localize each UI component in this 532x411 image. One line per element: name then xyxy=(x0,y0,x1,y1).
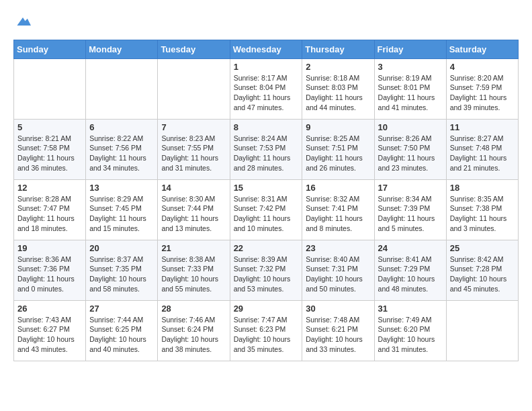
day-number: 2 xyxy=(306,62,370,72)
svg-marker-0 xyxy=(17,17,31,26)
day-info: Sunrise: 7:47 AM Sunset: 6:23 PM Dayligh… xyxy=(234,315,299,355)
calendar-cell: 21Sunrise: 8:38 AM Sunset: 7:33 PM Dayli… xyxy=(158,240,230,300)
day-number: 26 xyxy=(17,304,82,314)
calendar-cell: 16Sunrise: 8:32 AM Sunset: 7:41 PM Dayli… xyxy=(302,179,374,240)
calendar-cell: 26Sunrise: 7:43 AM Sunset: 6:27 PM Dayli… xyxy=(14,300,86,361)
day-number: 25 xyxy=(450,243,515,253)
calendar-cell: 30Sunrise: 7:48 AM Sunset: 6:21 PM Dayli… xyxy=(302,300,374,361)
day-info: Sunrise: 8:42 AM Sunset: 7:28 PM Dayligh… xyxy=(450,255,515,294)
day-info: Sunrise: 8:36 AM Sunset: 7:36 PM Dayligh… xyxy=(17,255,82,294)
day-info: Sunrise: 8:31 AM Sunset: 7:42 PM Dayligh… xyxy=(234,194,299,234)
calendar-cell: 10Sunrise: 8:26 AM Sunset: 7:50 PM Dayli… xyxy=(374,119,446,179)
calendar-cell: 1Sunrise: 8:17 AM Sunset: 8:04 PM Daylig… xyxy=(230,58,302,119)
day-info: Sunrise: 8:28 AM Sunset: 7:47 PM Dayligh… xyxy=(17,194,82,234)
calendar-cell: 25Sunrise: 8:42 AM Sunset: 7:28 PM Dayli… xyxy=(446,240,518,300)
day-info: Sunrise: 8:22 AM Sunset: 7:56 PM Dayligh… xyxy=(89,134,154,173)
calendar-cell: 31Sunrise: 7:49 AM Sunset: 6:20 PM Dayli… xyxy=(374,300,446,361)
calendar-week-1: 1Sunrise: 8:17 AM Sunset: 8:04 PM Daylig… xyxy=(14,58,519,119)
calendar-cell: 19Sunrise: 8:36 AM Sunset: 7:36 PM Dayli… xyxy=(14,240,86,300)
day-number: 5 xyxy=(17,122,82,132)
page-header xyxy=(13,13,519,33)
logo-text xyxy=(13,13,31,33)
column-header-tuesday: Tuesday xyxy=(158,40,230,58)
day-info: Sunrise: 8:30 AM Sunset: 7:44 PM Dayligh… xyxy=(161,194,226,234)
calendar-cell: 6Sunrise: 8:22 AM Sunset: 7:56 PM Daylig… xyxy=(86,119,158,179)
day-info: Sunrise: 7:46 AM Sunset: 6:24 PM Dayligh… xyxy=(161,315,226,355)
day-number: 22 xyxy=(234,243,299,253)
day-info: Sunrise: 8:37 AM Sunset: 7:35 PM Dayligh… xyxy=(89,255,154,294)
day-number: 17 xyxy=(378,183,443,193)
calendar-cell: 11Sunrise: 8:27 AM Sunset: 7:48 PM Dayli… xyxy=(446,119,518,179)
calendar-week-5: 26Sunrise: 7:43 AM Sunset: 6:27 PM Dayli… xyxy=(14,300,519,361)
day-info: Sunrise: 8:32 AM Sunset: 7:41 PM Dayligh… xyxy=(306,194,370,234)
day-info: Sunrise: 7:48 AM Sunset: 6:21 PM Dayligh… xyxy=(306,315,370,355)
day-info: Sunrise: 8:41 AM Sunset: 7:29 PM Dayligh… xyxy=(378,255,443,294)
day-number: 18 xyxy=(450,183,515,193)
day-number: 4 xyxy=(450,62,515,72)
column-header-thursday: Thursday xyxy=(302,40,374,58)
day-number: 30 xyxy=(306,304,370,314)
calendar-cell xyxy=(86,58,158,119)
calendar-cell xyxy=(446,300,518,361)
day-number: 16 xyxy=(306,183,370,193)
calendar-cell: 23Sunrise: 8:40 AM Sunset: 7:31 PM Dayli… xyxy=(302,240,374,300)
calendar-cell: 4Sunrise: 8:20 AM Sunset: 7:59 PM Daylig… xyxy=(446,58,518,119)
calendar-week-2: 5Sunrise: 8:21 AM Sunset: 7:58 PM Daylig… xyxy=(14,119,519,179)
day-number: 15 xyxy=(234,183,299,193)
day-number: 11 xyxy=(450,122,515,132)
day-number: 3 xyxy=(378,62,443,72)
day-info: Sunrise: 8:26 AM Sunset: 7:50 PM Dayligh… xyxy=(378,134,443,173)
calendar-week-4: 19Sunrise: 8:36 AM Sunset: 7:36 PM Dayli… xyxy=(14,240,519,300)
calendar-cell: 7Sunrise: 8:23 AM Sunset: 7:55 PM Daylig… xyxy=(158,119,230,179)
day-number: 21 xyxy=(161,243,226,253)
day-info: Sunrise: 8:24 AM Sunset: 7:53 PM Dayligh… xyxy=(234,134,299,173)
day-info: Sunrise: 7:49 AM Sunset: 6:20 PM Dayligh… xyxy=(378,315,443,355)
calendar-cell: 15Sunrise: 8:31 AM Sunset: 7:42 PM Dayli… xyxy=(230,179,302,240)
day-number: 7 xyxy=(161,122,226,132)
day-number: 9 xyxy=(306,122,370,132)
calendar-cell: 13Sunrise: 8:29 AM Sunset: 7:45 PM Dayli… xyxy=(86,179,158,240)
day-number: 20 xyxy=(89,243,154,253)
day-info: Sunrise: 8:39 AM Sunset: 7:32 PM Dayligh… xyxy=(234,255,299,294)
column-header-wednesday: Wednesday xyxy=(230,40,302,58)
day-info: Sunrise: 7:44 AM Sunset: 6:25 PM Dayligh… xyxy=(89,315,154,355)
day-info: Sunrise: 8:27 AM Sunset: 7:48 PM Dayligh… xyxy=(450,134,515,173)
day-info: Sunrise: 8:29 AM Sunset: 7:45 PM Dayligh… xyxy=(89,194,154,234)
column-header-sunday: Sunday xyxy=(14,40,86,58)
calendar-cell: 14Sunrise: 8:30 AM Sunset: 7:44 PM Dayli… xyxy=(158,179,230,240)
day-info: Sunrise: 8:20 AM Sunset: 7:59 PM Dayligh… xyxy=(450,73,515,113)
day-number: 27 xyxy=(89,304,154,314)
column-header-saturday: Saturday xyxy=(446,40,518,58)
day-number: 8 xyxy=(234,122,299,132)
day-info: Sunrise: 8:23 AM Sunset: 7:55 PM Dayligh… xyxy=(161,134,226,173)
calendar-cell: 3Sunrise: 8:19 AM Sunset: 8:01 PM Daylig… xyxy=(374,58,446,119)
calendar-cell: 8Sunrise: 8:24 AM Sunset: 7:53 PM Daylig… xyxy=(230,119,302,179)
day-number: 13 xyxy=(89,183,154,193)
logo xyxy=(13,13,31,33)
calendar-cell: 28Sunrise: 7:46 AM Sunset: 6:24 PM Dayli… xyxy=(158,300,230,361)
day-number: 23 xyxy=(306,243,370,253)
day-info: Sunrise: 8:21 AM Sunset: 7:58 PM Dayligh… xyxy=(17,134,82,173)
column-header-friday: Friday xyxy=(374,40,446,58)
calendar-cell: 2Sunrise: 8:18 AM Sunset: 8:03 PM Daylig… xyxy=(302,58,374,119)
day-number: 1 xyxy=(234,62,299,72)
day-number: 6 xyxy=(89,122,154,132)
day-info: Sunrise: 7:43 AM Sunset: 6:27 PM Dayligh… xyxy=(17,315,82,355)
calendar-cell: 12Sunrise: 8:28 AM Sunset: 7:47 PM Dayli… xyxy=(14,179,86,240)
day-info: Sunrise: 8:35 AM Sunset: 7:38 PM Dayligh… xyxy=(450,194,515,234)
day-number: 29 xyxy=(234,304,299,314)
day-number: 19 xyxy=(17,243,82,253)
calendar-cell: 29Sunrise: 7:47 AM Sunset: 6:23 PM Dayli… xyxy=(230,300,302,361)
calendar-cell: 17Sunrise: 8:34 AM Sunset: 7:39 PM Dayli… xyxy=(374,179,446,240)
day-number: 28 xyxy=(161,304,226,314)
day-info: Sunrise: 8:38 AM Sunset: 7:33 PM Dayligh… xyxy=(161,255,226,294)
day-number: 31 xyxy=(378,304,443,314)
day-number: 12 xyxy=(17,183,82,193)
day-info: Sunrise: 8:34 AM Sunset: 7:39 PM Dayligh… xyxy=(378,194,443,234)
calendar-cell: 9Sunrise: 8:25 AM Sunset: 7:51 PM Daylig… xyxy=(302,119,374,179)
day-info: Sunrise: 8:17 AM Sunset: 8:04 PM Dayligh… xyxy=(234,73,299,113)
calendar-cell: 22Sunrise: 8:39 AM Sunset: 7:32 PM Dayli… xyxy=(230,240,302,300)
day-number: 14 xyxy=(161,183,226,193)
calendar-cell: 24Sunrise: 8:41 AM Sunset: 7:29 PM Dayli… xyxy=(374,240,446,300)
calendar-week-3: 12Sunrise: 8:28 AM Sunset: 7:47 PM Dayli… xyxy=(14,179,519,240)
